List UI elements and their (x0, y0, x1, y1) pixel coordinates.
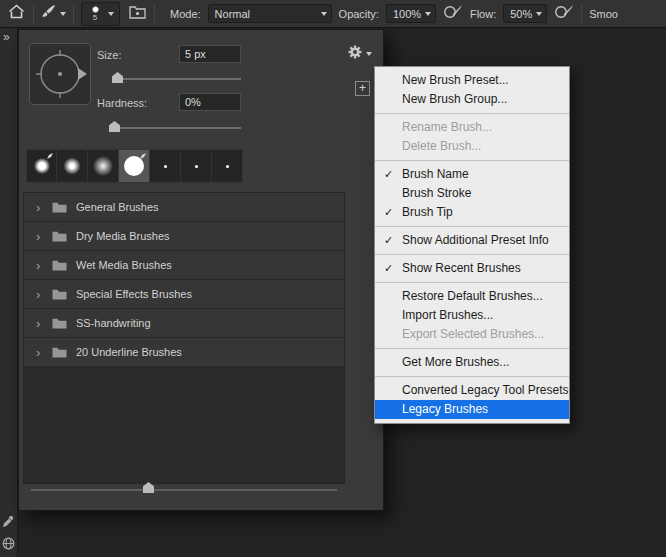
brush-folder-row[interactable]: 20 Underline Brushes (24, 338, 344, 367)
pressure-opacity-button[interactable] (443, 2, 463, 26)
chevron-down-icon (321, 12, 327, 16)
opacity-label: Opacity: (339, 8, 379, 20)
brush-preset-picker-trigger[interactable]: 5 (81, 2, 120, 26)
flow-label: Flow: (470, 8, 496, 20)
opacity-select[interactable]: 100% (386, 4, 436, 23)
mode-select[interactable]: Normal (208, 4, 332, 23)
brush-preset-tiles (26, 149, 243, 183)
preview-size-slider-track[interactable] (31, 489, 337, 491)
brush-folder-row[interactable]: General Brushes (24, 193, 344, 222)
menu-item-label: Legacy Brushes (402, 402, 488, 416)
menu-item[interactable]: Brush Stroke (375, 184, 569, 203)
hardness-slider-track[interactable] (111, 127, 241, 129)
folder-icon (52, 260, 67, 271)
mode-value: Normal (215, 8, 250, 20)
folder-icon (52, 318, 67, 329)
chevron-down-icon (108, 12, 114, 16)
size-input[interactable] (179, 45, 241, 63)
brush-preview-thumbnail: 5 (87, 6, 103, 22)
menu-item[interactable]: Converted Legacy Tool Presets (375, 381, 569, 400)
options-bar: 5 Mode: Normal Opacity: 100% Flow: 50% (0, 0, 666, 28)
menu-item[interactable]: New Brush Group... (375, 90, 569, 109)
menu-item-label: Show Additional Preset Info (402, 233, 549, 247)
opacity-value: 100% (393, 8, 421, 20)
chevron-down-icon (366, 52, 372, 56)
checkmark-icon (384, 259, 393, 278)
menu-item-label: Get More Brushes... (402, 355, 509, 369)
brush-angle-control[interactable] (29, 43, 91, 105)
collapse-panel-icon[interactable] (3, 30, 8, 44)
tools-strip (0, 28, 18, 557)
folder-icon (52, 347, 67, 358)
menu-item-label: Export Selected Brushes... (402, 327, 544, 341)
menu-item[interactable]: Brush Tip (375, 203, 569, 222)
panel-menu-button[interactable] (347, 44, 372, 64)
airbrush-button[interactable] (554, 2, 574, 26)
checkmark-icon (384, 165, 393, 184)
menu-item-selected[interactable]: Legacy Brushes (375, 400, 569, 419)
menu-item[interactable]: Get More Brushes... (375, 353, 569, 372)
menu-item[interactable]: Import Brushes... (375, 306, 569, 325)
brush-dot-icon (92, 6, 99, 13)
toggle-brush-settings-button[interactable] (127, 2, 147, 26)
size-slider-handle[interactable] (112, 72, 123, 83)
menu-item[interactable]: Show Recent Brushes (375, 259, 569, 278)
menu-item-label: Show Recent Brushes (402, 261, 521, 275)
menu-item-label: Brush Name (402, 167, 469, 181)
folder-icon (52, 231, 67, 242)
softer-round-brush-icon (91, 154, 115, 178)
hardness-label: Hardness: (97, 97, 147, 109)
brush-preset-tile[interactable] (57, 149, 88, 183)
menu-item-label: Rename Brush... (402, 120, 492, 134)
size-slider-track[interactable] (114, 78, 241, 80)
toolbar-divider (581, 4, 582, 24)
brush-folder-row[interactable]: Wet Media Brushes (24, 251, 344, 280)
menu-item[interactable]: New Brush Preset... (375, 71, 569, 90)
gear-icon (347, 44, 363, 64)
brush-folder-label: 20 Underline Brushes (76, 346, 182, 358)
brush-preset-tile[interactable] (26, 149, 57, 183)
brush-folder-row[interactable]: SS-handwriting (24, 309, 344, 338)
toolbar-divider (73, 4, 74, 24)
hardness-slider-handle[interactable] (109, 121, 120, 132)
rotate-view-tool-icon[interactable] (2, 536, 15, 554)
brush-folder-label: Special Effects Brushes (76, 288, 192, 300)
folder-icon (52, 202, 67, 213)
menu-item: Rename Brush... (375, 118, 569, 137)
checkmark-icon (384, 203, 393, 222)
brush-preset-tile-selected[interactable] (119, 149, 150, 183)
brush-preset-tile[interactable] (181, 149, 212, 183)
menu-item-label: Restore Default Brushes... (402, 289, 543, 303)
brush-settings-panel-icon (129, 5, 146, 23)
chevron-right-icon (36, 346, 43, 359)
menu-group: Brush Name Brush Stroke Brush Tip (375, 161, 569, 227)
menu-item-label: Brush Stroke (402, 186, 471, 200)
create-new-brush-button[interactable] (355, 81, 370, 96)
pressure-opacity-icon (443, 4, 463, 23)
brush-preset-tile[interactable] (212, 149, 243, 183)
hardness-input[interactable] (179, 93, 241, 111)
brush-folder-label: Wet Media Brushes (76, 259, 172, 271)
brush-preset-tile[interactable] (88, 149, 119, 183)
flyout-menu: New Brush Preset... New Brush Group... R… (374, 66, 570, 424)
brush-tool-button[interactable] (41, 2, 66, 26)
chevron-right-icon (36, 230, 43, 243)
size-label: Size: (97, 49, 121, 61)
brush-tool-icon (41, 4, 56, 23)
home-button[interactable] (6, 2, 26, 26)
flow-value: 50% (510, 8, 532, 20)
eyedropper-tool-icon[interactable] (2, 514, 15, 532)
menu-item: Delete Brush... (375, 137, 569, 156)
chevron-down-icon (425, 12, 431, 16)
brush-folder-row[interactable]: Special Effects Brushes (24, 280, 344, 309)
menu-item[interactable]: Show Additional Preset Info (375, 231, 569, 250)
brush-preset-tile[interactable] (150, 149, 181, 183)
menu-item[interactable]: Restore Default Brushes... (375, 287, 569, 306)
brush-folder-row[interactable]: Dry Media Brushes (24, 222, 344, 251)
menu-item[interactable]: Brush Name (375, 165, 569, 184)
brush-folder-label: General Brushes (76, 201, 159, 213)
flow-select[interactable]: 50% (503, 4, 547, 23)
menu-group: Show Recent Brushes (375, 255, 569, 283)
mode-label: Mode: (170, 8, 201, 20)
smoothing-label: Smoo (589, 8, 618, 20)
